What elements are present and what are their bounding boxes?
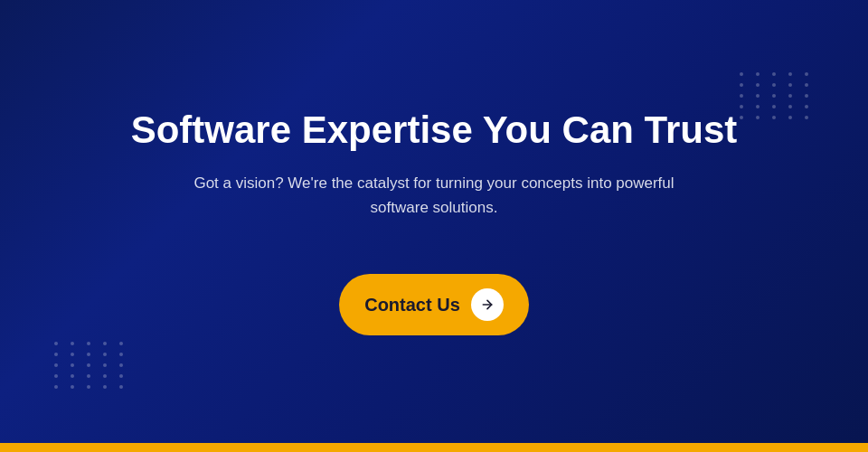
arrow-icon	[471, 288, 504, 321]
cta-label: Contact Us	[364, 295, 460, 315]
hero-subtitle: Got a vision? We're the catalyst for tur…	[190, 171, 678, 220]
hero-title: Software Expertise You Can Trust	[131, 108, 738, 153]
bottom-bar	[0, 443, 868, 452]
dots-bottom-left	[54, 342, 128, 389]
contact-us-button[interactable]: Contact Us	[339, 274, 529, 335]
dots-top-right	[740, 72, 814, 119]
page-wrapper: Software Expertise You Can Trust Got a v…	[0, 0, 868, 452]
hero-section: Software Expertise You Can Trust Got a v…	[0, 0, 868, 443]
